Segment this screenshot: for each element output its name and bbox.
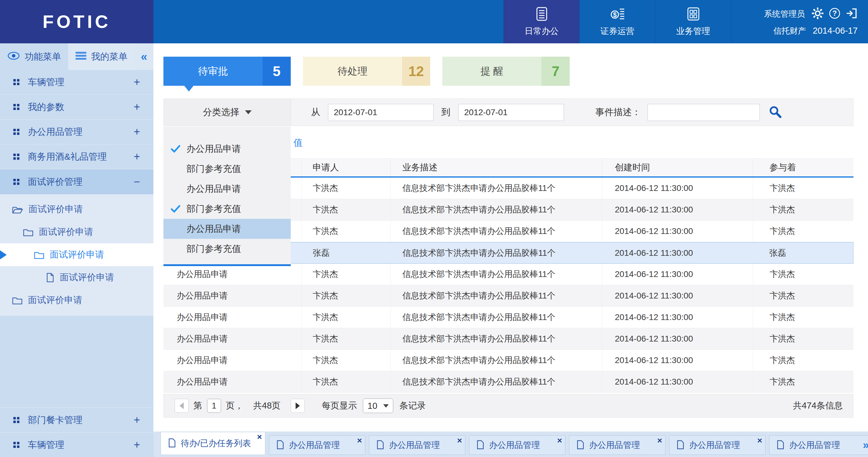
col-participant: 参与着 <box>753 159 854 176</box>
col-description: 业务描述 <box>391 159 602 176</box>
expand-plus-icon[interactable]: + <box>134 438 140 451</box>
tab-pending-approval[interactable]: 待审批 5 <box>163 57 291 86</box>
module-tab-label: 证券运营 <box>600 26 634 37</box>
table-row[interactable]: 办公用品申请 卞洪杰 信息技术部卞洪杰申请办公用品胶棒11个 2014-06-1… <box>163 285 854 307</box>
dropdown-item[interactable]: 部门参考充值 <box>163 239 291 259</box>
date-from-input[interactable] <box>328 104 434 121</box>
module-tab-daily-office[interactable]: 日常办公 <box>503 0 579 43</box>
total-info: 共474条信息 <box>793 400 843 412</box>
search-icon <box>768 105 782 120</box>
page-suffix: 页， <box>226 400 244 412</box>
coin-list-icon: $ <box>610 7 625 23</box>
user-org: 信托财产 <box>773 26 806 36</box>
document-icon <box>476 440 484 451</box>
double-chevron-left-icon: « <box>141 50 147 63</box>
tab-function-menu-label: 功能菜单 <box>25 51 61 63</box>
close-icon[interactable]: × <box>357 436 362 445</box>
prev-page-button[interactable] <box>175 399 189 413</box>
expand-plus-icon[interactable]: + <box>134 76 140 89</box>
table-row[interactable]: 办公用品申请 卞洪杰 信息技术部卞洪杰申请办公用品胶棒11个 2014-06-1… <box>163 264 854 285</box>
help-icon[interactable]: ? <box>829 7 841 21</box>
to-label: 到 <box>441 106 451 119</box>
table-row[interactable]: 办公用品申请 卞洪杰 信息技术部卞洪杰申请办公用品胶棒11个 2014-06-1… <box>163 371 854 393</box>
expand-plus-icon[interactable]: + <box>134 150 140 163</box>
logo-block: FOTIC <box>0 0 153 43</box>
table-row[interactable]: 办公用品申请 卞洪杰 信息技术部卞洪杰申请办公用品胶棒11个 2014-06-1… <box>163 307 854 328</box>
search-button[interactable] <box>768 105 782 120</box>
sidebar-item-vehicle-mgmt-2[interactable]: 车辆管理 + <box>0 432 153 457</box>
tab-pending-process[interactable]: 待处理 12 <box>303 57 430 86</box>
sidebar-item-my-params[interactable]: 我的参数 + <box>0 95 153 120</box>
partial-link-text[interactable]: 值 <box>293 137 303 149</box>
bottom-tab-office-supplies[interactable]: 办公用品管理 × <box>569 435 665 455</box>
current-date: 2014-06-17 <box>813 26 858 36</box>
top-header: FOTIC 日常办公 $ 证券运营 业务管理 系统管理员 <box>0 0 868 43</box>
reminder-count: 7 <box>541 57 570 86</box>
col-created: 创建时间 <box>602 159 753 176</box>
bottom-tab-office-supplies[interactable]: 办公用品管理 × <box>369 435 465 455</box>
table-row[interactable]: 办公用品申请 卞洪杰 信息技术部卞洪杰申请办公用品胶棒11个 2014-06-1… <box>163 350 854 371</box>
category-select[interactable]: 分类选择 <box>164 99 291 126</box>
close-icon[interactable]: × <box>257 433 262 441</box>
expand-plus-icon[interactable]: + <box>134 126 140 138</box>
category-dropdown: 办公用品申请 部门参考充值 办公用品申请 部门参考充值 办公用品申请 部门参考充… <box>163 127 291 266</box>
per-page-select[interactable]: 10 <box>363 398 393 413</box>
grid-dots-icon <box>13 154 16 156</box>
table-row[interactable]: 办公用品申请 卞洪杰 信息技术部卞洪杰申请办公用品胶棒11个 2014-06-1… <box>163 328 854 350</box>
dropdown-item-highlighted[interactable]: 办公用品申请 <box>163 219 291 239</box>
sidebar-item-office-supplies[interactable]: 办公用品管理 + <box>0 120 153 144</box>
date-to-input[interactable] <box>458 104 564 121</box>
bottom-tab-office-supplies[interactable]: 办公用品管理 × <box>269 435 365 455</box>
tab-my-menu[interactable]: 我的菜单 <box>68 43 134 70</box>
tree-item-interview-request-active[interactable]: 面试评价申请 <box>0 243 153 266</box>
next-page-button[interactable] <box>291 399 305 413</box>
bottom-tab-office-supplies[interactable]: 办公用品管理 × <box>669 435 766 455</box>
close-icon[interactable]: × <box>657 436 662 445</box>
sidebar-collapse-button[interactable]: « <box>134 43 153 70</box>
logout-icon[interactable] <box>845 7 858 21</box>
page-prefix: 第 <box>193 400 202 412</box>
bottom-tab-office-supplies[interactable]: 办公用品管理 » <box>769 435 868 455</box>
tab-reminder[interactable]: 提 醒 7 <box>442 57 570 86</box>
event-desc-label: 事件描述： <box>595 106 641 119</box>
dropdown-item[interactable]: 部门参考充值 <box>163 199 291 219</box>
page-number-input[interactable]: 1 <box>207 399 221 413</box>
document-icon <box>168 438 176 449</box>
tree-item-interview-request[interactable]: 面试评价申请 <box>0 266 153 289</box>
sidebar-item-interview-eval[interactable]: 面试评价管理 − <box>0 169 153 194</box>
tree-item-interview-request[interactable]: 面试评价申请 <box>0 289 153 312</box>
document-icon <box>277 440 284 451</box>
sidebar-item-vehicle-mgmt[interactable]: 车辆管理 + <box>0 70 153 95</box>
pending-process-count: 12 <box>402 57 430 86</box>
tab-function-menu[interactable]: 功能菜单 <box>0 43 68 70</box>
pending-approval-count: 5 <box>262 57 291 86</box>
check-icon <box>171 144 180 153</box>
dropdown-item[interactable]: 部门参考充值 <box>163 159 291 179</box>
module-tab-securities[interactable]: $ 证券运营 <box>579 0 655 43</box>
close-icon[interactable]: × <box>757 436 762 445</box>
bottom-tab-office-supplies[interactable]: 办公用品管理 × <box>469 435 565 455</box>
dropdown-item[interactable]: 办公用品申请 <box>163 179 291 199</box>
event-desc-input[interactable] <box>648 104 760 121</box>
expand-plus-icon[interactable]: + <box>134 414 140 426</box>
collapse-minus-icon[interactable]: − <box>134 175 140 188</box>
sidebar-menu: 车辆管理 + 我的参数 + 办公用品管理 + 商务用酒&礼品管理 + 面试评价管… <box>0 70 153 457</box>
sidebar: 功能菜单 我的菜单 « 车辆管理 + 我的参数 + <box>0 43 153 457</box>
user-name: 系统管理员 <box>764 8 805 20</box>
tree-item-interview-request[interactable]: 面试评价申请 <box>0 221 153 243</box>
module-tab-business[interactable]: 业务管理 <box>655 0 731 43</box>
sidebar-item-wine-gifts[interactable]: 商务用酒&礼品管理 + <box>0 144 153 169</box>
tree-item-interview-request[interactable]: 面试评价申请 <box>0 198 153 221</box>
close-icon[interactable]: × <box>557 436 562 445</box>
expand-plus-icon[interactable]: + <box>134 101 140 113</box>
close-icon[interactable]: × <box>457 436 462 445</box>
arrow-right-icon <box>296 402 300 409</box>
hamburger-icon <box>75 52 86 62</box>
tab-my-menu-label: 我的菜单 <box>91 51 128 63</box>
sidebar-item-meal-card[interactable]: 部门餐卡管理 + <box>0 407 153 432</box>
grid-dots-icon <box>13 79 16 81</box>
more-tabs-chevron[interactable]: » <box>863 439 868 452</box>
dropdown-item[interactable]: 办公用品申请 <box>163 139 291 159</box>
bottom-tab-task-list[interactable]: 待办/已办任务列表 × <box>161 432 265 455</box>
gear-icon[interactable] <box>812 7 824 21</box>
